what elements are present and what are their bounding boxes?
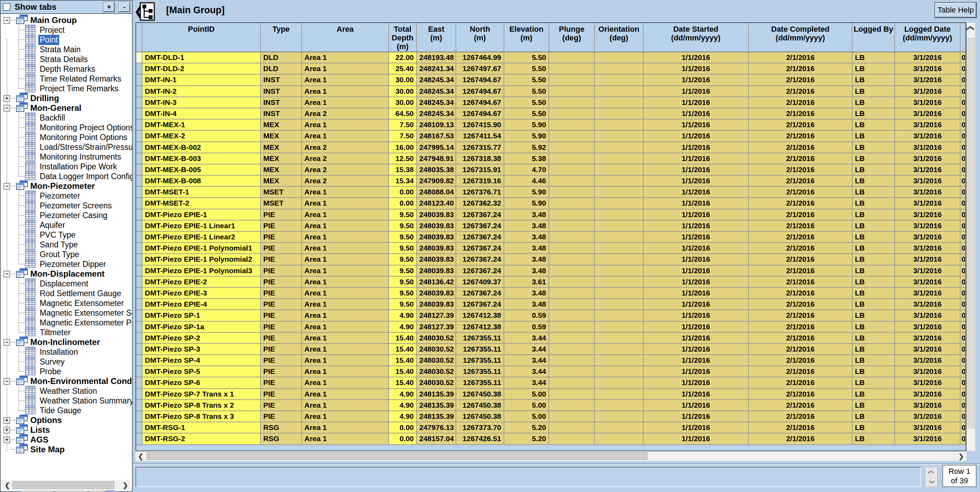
cell-pointid[interactable]: DMT-Piezo EPIE-1 Linear2 [142,232,261,243]
cell-north[interactable]: 1267367.24 [456,209,504,221]
cell-pointid[interactable]: DMT-Piezo SP-4 [142,355,261,366]
cell-north[interactable]: 1267373.70 [456,422,504,433]
cell-area[interactable]: Area 1 [302,377,389,389]
cell-plunge[interactable] [549,131,595,142]
row-selector[interactable] [136,377,142,389]
cell-date-started[interactable]: 1/1/2016 [644,433,749,444]
cell-area[interactable]: Area 1 [302,52,389,64]
cell-logged-by[interactable]: LB [853,322,895,333]
cell-total-depth[interactable]: 4.90 [389,310,417,321]
cell-orientation[interactable] [595,97,644,108]
cell-date-completed[interactable]: 2/1/2016 [749,232,853,243]
cell-date-started[interactable]: 1/1/2016 [644,209,749,221]
cell-logged-date[interactable]: 3/1/2016 [895,131,961,142]
tree-item[interactable]: Piezometer Screens [1,201,132,210]
cell-plunge[interactable] [549,142,595,153]
cell-orientation[interactable] [595,333,644,344]
cell-logged-date[interactable]: 3/1/2016 [895,344,961,355]
cell-logged-date[interactable]: 3/1/2016 [895,322,961,333]
cell-plunge[interactable] [549,108,595,119]
column-header-elevation[interactable]: Elevation (m) [504,23,549,52]
tree-item[interactable]: Magnetic Extensometer Set [1,308,132,318]
row-selector[interactable] [136,411,142,422]
cell-north[interactable]: 1267494.67 [456,86,504,97]
tree-item[interactable]: Installation Pipe Work [1,162,132,172]
spinner-up-icon[interactable]: ❮ [925,467,937,477]
tree-item[interactable]: Monitoring Point Options [1,132,132,142]
row-selector[interactable] [136,142,142,153]
cell-orientation[interactable] [595,355,644,366]
cell-logged-date[interactable]: 3/1/2016 [895,355,961,366]
row-selector[interactable] [136,277,142,288]
cell-east[interactable]: 248157.04 [417,433,456,444]
cell-orientation[interactable] [595,400,644,411]
cell-date-started[interactable]: 1/1/2016 [644,389,749,400]
cell-east[interactable]: 247909.82 [417,176,456,187]
cell-elevation[interactable]: 3.44 [504,366,549,377]
cell-logged-by[interactable]: LB [853,344,895,355]
tree-item[interactable]: Rod Settlement Gauge [1,288,132,298]
cell-logged-by[interactable]: LB [853,310,895,321]
add-tab-button[interactable]: + [103,2,115,12]
cell-plunge[interactable] [549,176,595,187]
cell-date-completed[interactable]: 2/1/2016 [749,400,853,411]
column-header-area[interactable]: Area [302,23,389,52]
cell-logged-by[interactable]: LB [853,209,895,221]
cell-logged-by[interactable]: LB [853,176,895,187]
cell-east[interactable]: 248245.34 [417,108,456,119]
cell-logged-date[interactable]: 3/1/2016 [895,198,961,209]
cell-type[interactable]: PIE [261,266,302,277]
column-header-north[interactable]: North (m) [456,23,504,52]
cell-north[interactable]: 1267494.67 [456,108,504,119]
cell-east[interactable]: 248193.48 [417,52,456,64]
cell-area[interactable]: Area 1 [302,254,389,265]
scroll-right-icon[interactable]: ❯ [121,480,130,490]
column-header-logged-date[interactable]: Logged Date (dd/mm/yyyy) [895,23,961,52]
cell-date-started[interactable]: 1/1/2016 [644,299,749,310]
expander-icon[interactable]: + [3,417,10,424]
cell-plunge[interactable] [549,333,595,344]
cell-elevation[interactable]: 3.61 [504,277,549,288]
cell-north[interactable]: 1267376.71 [456,187,504,198]
horizontal-scrollbar-thumb[interactable] [146,452,648,460]
cell-date-started[interactable]: 1/1/2016 [644,411,749,422]
cell-date-started[interactable]: 1/1/2016 [644,377,749,389]
cell-north[interactable]: 1267450.38 [456,400,504,411]
row-selector[interactable] [136,187,142,198]
cell-east[interactable]: 248039.83 [417,243,456,254]
cell-pointid[interactable]: DMT-Piezo EPIE-4 [142,299,261,310]
cell-east[interactable]: 248245.34 [417,75,456,86]
cell-logged-by[interactable]: LB [853,198,895,209]
column-header-total-depth[interactable]: Total Depth (m) [389,23,417,52]
cell-logged-date[interactable]: 3/1/2016 [895,176,961,187]
tree-item[interactable]: Probe [1,366,132,376]
cell-north[interactable]: 1267355.11 [456,344,504,355]
cell-date-started[interactable]: 1/1/2016 [644,355,749,366]
cell-date-started[interactable]: 1/1/2016 [644,221,749,232]
cell-date-started[interactable]: 1/1/2016 [644,86,749,97]
cell-logged-date[interactable]: 3/1/2016 [895,164,961,176]
cell-logged-date[interactable]: 3/1/2016 [895,209,961,221]
cell-type[interactable]: RSG [261,433,302,444]
cell-date-started[interactable]: 1/1/2016 [644,108,749,119]
cell-orientation[interactable] [595,209,644,221]
cell-orientation[interactable] [595,221,644,232]
cell-date-completed[interactable]: 2/1/2016 [749,108,853,119]
cell-east[interactable]: 248039.83 [417,288,456,299]
cell-orientation[interactable] [595,433,644,444]
cell-elevation[interactable]: 4.46 [504,176,549,187]
cell-area[interactable]: Area 1 [302,400,389,411]
column-header-east[interactable]: East (m) [417,23,456,52]
cell-logged-by[interactable]: LB [853,142,895,153]
cell-total-depth[interactable]: 30.00 [389,86,417,97]
cell-logged-date[interactable]: 3/1/2016 [895,377,961,389]
cell-date-completed[interactable]: 2/1/2016 [749,187,853,198]
cell-total-depth[interactable]: 15.40 [389,344,417,355]
cell-elevation[interactable]: 5.20 [504,433,549,444]
row-selector[interactable] [136,176,142,187]
cell-logged-date[interactable]: 3/1/2016 [895,254,961,265]
cell-area[interactable]: Area 1 [302,366,389,377]
cell-plunge[interactable] [549,64,595,75]
cell-area[interactable]: Area 1 [302,322,389,333]
cell-north[interactable]: 1267464.99 [456,52,504,64]
